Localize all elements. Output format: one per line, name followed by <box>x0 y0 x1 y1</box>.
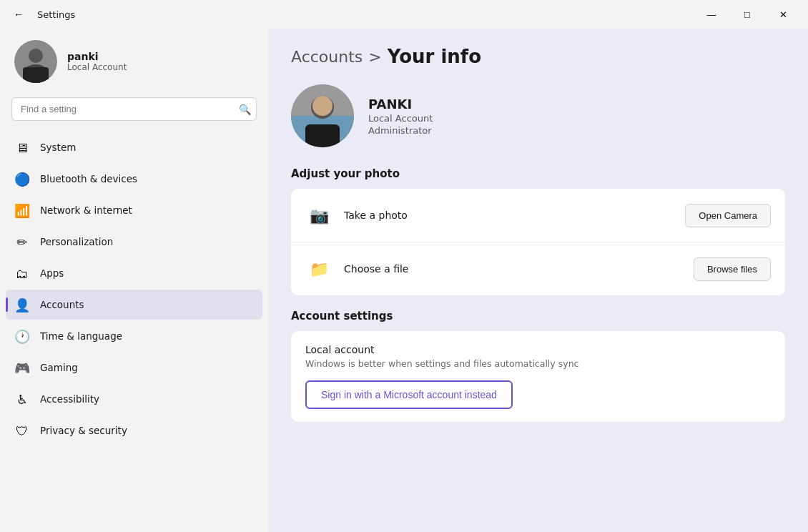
time-icon: 🕐 <box>14 328 30 344</box>
sidebar-item-time[interactable]: 🕐 Time & language <box>6 321 262 351</box>
local-account-row: Local account Windows is better when set… <box>305 344 771 369</box>
sidebar-item-gaming[interactable]: 🎮 Gaming <box>6 353 262 383</box>
sidebar-item-accounts[interactable]: 👤 Accounts <box>6 290 262 320</box>
back-button[interactable]: ← <box>9 4 29 24</box>
sidebar-item-network[interactable]: 📶 Network & internet <box>6 195 262 225</box>
sidebar-item-label: Personalization <box>40 236 113 247</box>
open-camera-button[interactable]: Open Camera <box>685 204 771 227</box>
profile-name: PANKI <box>368 97 433 112</box>
profile-info: PANKI Local Account Administrator <box>368 97 433 136</box>
sidebar-item-accessibility[interactable]: ♿ Accessibility <box>6 384 262 414</box>
profile-avatar <box>291 84 354 147</box>
window-controls: — □ ✕ <box>695 3 799 26</box>
avatar <box>14 40 57 83</box>
sidebar-item-personalization[interactable]: ✏️ Personalization <box>6 227 262 257</box>
sidebar-nav: 🖥 System 🔵 Bluetooth & devices 📶 Network… <box>0 132 268 445</box>
breadcrumb: Accounts > Your info <box>291 46 785 67</box>
maximize-button[interactable]: □ <box>731 3 764 26</box>
profile-role: Administrator <box>368 125 433 136</box>
content-area: Accounts > Your info PANKI Lo <box>268 29 808 532</box>
sidebar-item-label: System <box>40 142 76 153</box>
personalization-icon: ✏️ <box>14 234 30 250</box>
profile-section: PANKI Local Account Administrator <box>291 84 785 147</box>
adjust-photo-title: Adjust your photo <box>291 167 785 180</box>
sidebar-item-label: Gaming <box>40 362 78 373</box>
title-bar: ← Settings — □ ✕ <box>0 0 808 29</box>
take-photo-label: Take a photo <box>344 210 408 221</box>
accessibility-icon: ♿ <box>14 391 30 407</box>
sidebar-item-label: Apps <box>40 267 64 279</box>
sidebar-item-privacy[interactable]: 🛡 Privacy & security <box>6 415 262 445</box>
sidebar-item-label: Time & language <box>40 330 122 342</box>
sidebar-user-name: panki <box>67 51 127 62</box>
local-account-title: Local account <box>305 344 771 355</box>
svg-rect-3 <box>23 67 49 83</box>
system-icon: 🖥 <box>14 139 30 155</box>
account-settings-title: Account settings <box>291 310 785 322</box>
take-photo-left: 📷 Take a photo <box>305 202 408 229</box>
svg-point-8 <box>312 96 332 116</box>
app-body: panki Local Account 🔍 🖥 System 🔵 Bluetoo… <box>0 29 808 532</box>
sidebar-item-label: Bluetooth & devices <box>40 173 137 184</box>
breadcrumb-link[interactable]: Accounts <box>291 48 363 66</box>
photo-card: 📷 Take a photo Open Camera 📁 Choose a fi… <box>291 189 785 295</box>
search-input[interactable] <box>11 97 257 121</box>
svg-point-1 <box>29 49 43 63</box>
sidebar-item-label: Network & internet <box>40 205 132 216</box>
svg-rect-7 <box>305 124 340 147</box>
take-photo-row: 📷 Take a photo Open Camera <box>291 189 785 242</box>
apps-icon: 🗂 <box>14 265 30 281</box>
sidebar-item-label: Accessibility <box>40 393 99 405</box>
page-title: Your info <box>388 46 481 67</box>
choose-file-label: Choose a file <box>344 263 409 275</box>
sidebar-item-bluetooth[interactable]: 🔵 Bluetooth & devices <box>6 164 262 194</box>
profile-type: Local Account <box>368 113 433 124</box>
sidebar-item-apps[interactable]: 🗂 Apps <box>6 258 262 288</box>
privacy-icon: 🛡 <box>14 423 30 438</box>
sidebar-user: panki Local Account <box>0 29 268 97</box>
folder-icon: 📁 <box>305 255 332 282</box>
search-icon[interactable]: 🔍 <box>239 104 251 115</box>
choose-file-row: 📁 Choose a file Browse files <box>291 242 785 295</box>
account-settings-card: Local account Windows is better when set… <box>291 331 785 422</box>
sign-in-microsoft-button[interactable]: Sign in with a Microsoft account instead <box>305 380 513 409</box>
sidebar-user-info: panki Local Account <box>67 51 127 72</box>
close-button[interactable]: ✕ <box>767 3 799 26</box>
breadcrumb-separator: > <box>368 48 381 66</box>
sidebar-item-label: Privacy & security <box>40 425 127 436</box>
minimize-button[interactable]: — <box>695 3 728 26</box>
search-container: 🔍 <box>11 97 257 121</box>
choose-file-left: 📁 Choose a file <box>305 255 409 282</box>
gaming-icon: 🎮 <box>14 360 30 375</box>
network-icon: 📶 <box>14 202 30 218</box>
sidebar-item-system[interactable]: 🖥 System <box>6 132 262 162</box>
app-title: Settings <box>37 9 75 20</box>
camera-icon: 📷 <box>305 202 332 229</box>
browse-files-button[interactable]: Browse files <box>694 257 771 281</box>
bluetooth-icon: 🔵 <box>14 171 30 187</box>
sidebar: panki Local Account 🔍 🖥 System 🔵 Bluetoo… <box>0 29 268 532</box>
sidebar-user-type: Local Account <box>67 62 127 72</box>
sidebar-item-label: Accounts <box>40 299 84 310</box>
local-account-desc: Windows is better when settings and file… <box>305 358 771 369</box>
accounts-icon: 👤 <box>14 297 30 312</box>
